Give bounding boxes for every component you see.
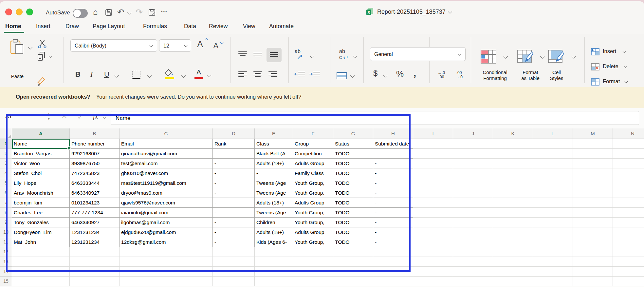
cell-J14[interactable] xyxy=(453,267,493,277)
cell-G3[interactable]: TODO xyxy=(333,159,373,168)
cell-H9[interactable]: - xyxy=(373,218,413,227)
cell-F13[interactable] xyxy=(293,257,333,267)
cell-I12[interactable] xyxy=(413,247,453,257)
column-header-H[interactable]: H xyxy=(373,128,413,139)
cell-E12[interactable] xyxy=(255,247,293,257)
cell-A5[interactable]: Lily Hope xyxy=(12,178,70,188)
font-color-button[interactable]: A xyxy=(194,68,203,76)
cell-F4[interactable]: Family Class xyxy=(293,168,333,178)
cell-I7[interactable] xyxy=(413,198,453,208)
cell-L10[interactable] xyxy=(533,227,573,237)
cell-D7[interactable]: - xyxy=(213,198,255,208)
cell-C4[interactable]: ght0310@naver.com xyxy=(120,168,213,178)
cell-L2[interactable] xyxy=(533,149,573,159)
cell-J2[interactable] xyxy=(453,149,493,159)
cell-F7[interactable]: Adults Group xyxy=(293,198,333,208)
undo-icon[interactable]: ↶ xyxy=(117,8,124,16)
align-center-button[interactable] xyxy=(253,71,263,78)
fill-color-button[interactable] xyxy=(164,69,174,77)
cell-B6[interactable]: 6463340927 xyxy=(70,188,120,198)
cell-M11[interactable] xyxy=(573,237,613,247)
borders-chevron-icon[interactable] xyxy=(147,73,152,78)
borders-button[interactable] xyxy=(132,71,140,79)
cell-E6[interactable]: Tweens (Age xyxy=(255,188,293,198)
column-header-C[interactable]: C xyxy=(120,128,213,139)
paste-button[interactable] xyxy=(9,39,26,56)
cell-C14[interactable] xyxy=(120,267,213,277)
cell-I15[interactable] xyxy=(413,277,453,286)
cell-E5[interactable]: Tweens (Age xyxy=(255,178,293,188)
fx-chevron-icon[interactable] xyxy=(103,116,106,119)
cell-D3[interactable]: - xyxy=(213,159,255,168)
cell-I5[interactable] xyxy=(413,178,453,188)
cell-E13[interactable] xyxy=(255,257,293,267)
cell-G5[interactable]: TODO xyxy=(333,178,373,188)
title-chevron-icon[interactable] xyxy=(448,10,452,14)
cell-J7[interactable] xyxy=(453,198,493,208)
cell-I8[interactable] xyxy=(413,208,453,218)
cell-K7[interactable] xyxy=(493,198,533,208)
cell-C12[interactable] xyxy=(120,247,213,257)
autosave-toggle[interactable] xyxy=(73,9,88,18)
cell-L1[interactable] xyxy=(533,139,573,149)
cell-J12[interactable] xyxy=(453,247,493,257)
cell-G11[interactable]: TODO xyxy=(333,237,373,247)
decrease-decimal-button[interactable]: .00 →.0 xyxy=(452,71,466,79)
tab-data[interactable]: Data xyxy=(184,20,196,34)
cell-A13[interactable] xyxy=(12,257,70,267)
fill-color-chevron-icon[interactable] xyxy=(181,73,186,78)
cell-M4[interactable] xyxy=(573,168,613,178)
cell-B9[interactable]: 6463340927 xyxy=(70,218,120,227)
orientation-button[interactable]: ab ↗ xyxy=(294,48,308,64)
cell-C6[interactable]: dryoo@mas9.com xyxy=(120,188,213,198)
cell-N4[interactable] xyxy=(613,168,644,178)
cell-H13[interactable] xyxy=(373,257,413,267)
column-header-A[interactable]: A xyxy=(12,128,70,139)
underline-button[interactable]: U xyxy=(104,70,109,79)
cell-H10[interactable]: - xyxy=(373,227,413,237)
cell-C5[interactable]: mas9test119119@gmail.com xyxy=(120,178,213,188)
tab-view[interactable]: View xyxy=(243,20,255,34)
cell-K3[interactable] xyxy=(493,159,533,168)
cell-E1[interactable]: Class xyxy=(255,139,293,149)
cell-L3[interactable] xyxy=(533,159,573,168)
tab-automate[interactable]: Automate xyxy=(269,20,294,34)
cell-M10[interactable] xyxy=(573,227,613,237)
cell-K14[interactable] xyxy=(493,267,533,277)
underline-chevron-icon[interactable] xyxy=(115,73,119,78)
cell-H14[interactable] xyxy=(373,267,413,277)
cell-B5[interactable]: 6463333444 xyxy=(70,178,120,188)
cell-C11[interactable]: 12dksg@gmail.com xyxy=(120,237,213,247)
column-header-E[interactable]: E xyxy=(255,128,293,139)
merge-center-button[interactable] xyxy=(337,72,347,79)
paste-chevron-icon[interactable] xyxy=(28,45,32,49)
cell-B15[interactable] xyxy=(70,277,120,286)
cell-D9[interactable]: - xyxy=(213,218,255,227)
cell-K6[interactable] xyxy=(493,188,533,198)
cell-D12[interactable] xyxy=(213,247,255,257)
cell-H5[interactable]: - xyxy=(373,178,413,188)
column-header-J[interactable]: J xyxy=(453,128,493,139)
cell-A11[interactable]: Mat John xyxy=(12,237,70,247)
row-header-11[interactable]: 11 xyxy=(0,237,12,247)
cell-F9[interactable]: Youth Group, xyxy=(293,218,333,227)
cell-G14[interactable] xyxy=(333,267,373,277)
cell-J4[interactable] xyxy=(453,168,493,178)
document-title[interactable]: Report-20251105_185737 xyxy=(377,9,446,15)
cell-L6[interactable] xyxy=(533,188,573,198)
cell-C1[interactable]: Email xyxy=(120,139,213,149)
cell-J1[interactable] xyxy=(453,139,493,149)
cell-M9[interactable] xyxy=(573,218,613,227)
cell-F8[interactable]: Youth Group, xyxy=(293,208,333,218)
cell-L9[interactable] xyxy=(533,218,573,227)
cell-G9[interactable]: TODO xyxy=(333,218,373,227)
undo-chevron-icon[interactable] xyxy=(127,10,131,15)
cell-I13[interactable] xyxy=(413,257,453,267)
increase-decimal-button[interactable]: ←.0 .00 xyxy=(435,71,448,79)
font-size-select[interactable]: 12 xyxy=(159,39,191,52)
cell-B13[interactable] xyxy=(70,257,120,267)
cell-styles-chevron-icon[interactable] xyxy=(572,54,576,59)
cell-N11[interactable] xyxy=(613,237,644,247)
cell-C10[interactable]: ejdgud8620@gmail.com xyxy=(120,227,213,237)
cell-G2[interactable]: TODO xyxy=(333,149,373,159)
